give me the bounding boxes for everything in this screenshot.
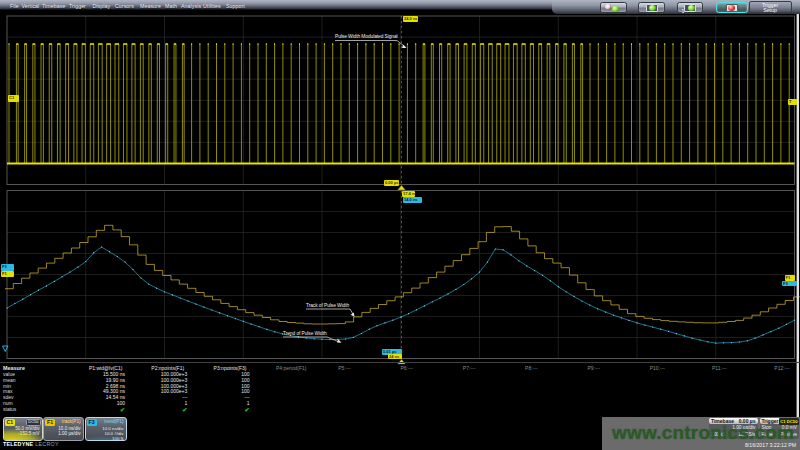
red-ball-icon (728, 5, 735, 11)
undo-setup-button[interactable] (600, 2, 627, 13)
trigger-setup-line2: Setup (750, 8, 791, 14)
stop-trigger-button[interactable] (716, 2, 748, 13)
teledyne-lecroy-logo: TELEDYNELECROY (3, 441, 59, 447)
pwm-annotation: Pulse Width Modulated Signal (335, 34, 398, 39)
vendor-name: TELEDYNE (3, 441, 33, 447)
menu-item-trigger[interactable]: Trigger (69, 3, 86, 9)
trigger-position-marker-grid1 (398, 185, 406, 190)
f3-right-marker: F3 (782, 281, 797, 287)
c1-descriptor-box[interactable]: C1 DC50 50.0 mV/div -152.5 mV (3, 417, 43, 441)
cursor-time-top-badge[interactable]: 24.0 ns (403, 16, 418, 22)
c1-id-badge: C1 (5, 419, 16, 426)
trigger-setup-button[interactable]: Trigger Setup (749, 1, 792, 13)
number-one-icon: 1 (682, 8, 685, 14)
track-annotation: Track of Pulse Width (306, 303, 349, 308)
brand-name: LECROY (35, 441, 58, 447)
c1-pwm-edges (9, 44, 789, 164)
c1-coupling: DC50 (26, 419, 40, 427)
f1-level-marker[interactable]: F1 (1, 271, 14, 278)
measure-cell: ✔ (89, 406, 125, 413)
menu-item-file[interactable]: File (10, 3, 19, 9)
measure-column-header: P4:period(F1) (276, 365, 307, 371)
measure-column-header: P5:--- (338, 365, 351, 371)
single-trigger-button[interactable]: 1 (677, 2, 703, 13)
measure-table-title: Measure (3, 365, 25, 371)
menu-item-measure[interactable]: Measure (140, 3, 161, 9)
c1-level-marker[interactable]: C1 (8, 95, 19, 102)
measure-row-label-status: status (3, 406, 16, 412)
menu-item-support[interactable]: Support (226, 3, 245, 9)
measure-column-header: P2:npoints(F1) (151, 365, 184, 371)
descriptor-header: F1 track(P1) (44, 418, 83, 426)
measure-column-header: P12:--- (774, 365, 789, 371)
toolbar: 1 Trigger Setup (552, 0, 800, 14)
measure-column-header: P8:--- (525, 365, 538, 371)
watermark-text: www.cntronics.com (612, 422, 794, 444)
cursor-f3-value-badge: 14.0 ns (403, 197, 422, 203)
menu-item-cursors[interactable]: Cursors (115, 3, 134, 9)
green-ball-icon (688, 5, 695, 11)
measure-table: Measure valuemeanminmaxsdevnumstatus P1:… (0, 362, 800, 412)
trigger-level-marker[interactable]: T (788, 99, 797, 105)
oscilloscope-screen: {"menu":{"items":["File","Vertical","Tim… (0, 0, 800, 450)
cursor-time-f1-badge: 24 ns (388, 354, 402, 359)
measure-column-header: P3:npoints(F3) (214, 365, 247, 371)
menu-item-vertical[interactable]: Vertical (22, 3, 40, 9)
undo-icon (605, 4, 611, 10)
menu-item-math[interactable]: Math (165, 3, 177, 9)
f3-id-badge: F3 (87, 419, 97, 426)
measure-column-header: P1:wid@lv(C1) (89, 365, 122, 371)
descriptor-header: C1 DC50 (4, 418, 42, 426)
menu-item-utilities[interactable]: Utilities (203, 3, 221, 9)
menu-item-timebase[interactable]: Timebase (42, 3, 65, 9)
measure-column-header: P10:--- (650, 365, 665, 371)
trend-annotation: Trend of Pulse Width (283, 331, 327, 336)
measure-column-header: P6:--- (401, 365, 414, 371)
green-ball-icon (612, 6, 619, 12)
measure-cell: ✔ (214, 406, 250, 413)
measure-cell: ✔ (151, 406, 187, 413)
pwm-annotation-arrow (335, 41, 406, 48)
descriptor-header: F3 trend(P1) (86, 418, 126, 426)
track-annotation-arrow (306, 309, 354, 315)
bottom-right-panel: www.cntronics.com Timebase 0.00 µs 1.00 … (602, 417, 800, 450)
f1-descriptor-box[interactable]: F1 track(P1) 10.0 ns/div 1.00 µs/div (43, 417, 84, 441)
green-ball-icon (649, 5, 656, 11)
measure-column-header: P11:--- (712, 365, 727, 371)
f1-title: track(P1) (62, 419, 81, 424)
grid1-gridlines (7, 16, 795, 185)
normal-trigger-button[interactable] (638, 2, 665, 13)
trigger-delay-badge[interactable]: 0.00 µs (384, 180, 399, 187)
f1-hdiv: 1.00 µs/div (44, 431, 83, 436)
menu-item-display[interactable]: Display (93, 3, 111, 9)
menu-item-analysis[interactable]: Analysis (181, 3, 201, 9)
measure-column-header: P9:--- (587, 365, 600, 371)
f1-right-marker: F1 (785, 275, 796, 281)
f3-descriptor-box[interactable]: F3 trend(P1) 10.0 ns/div 10.0 #/div 100 … (85, 417, 127, 441)
f1-id-badge: F1 (45, 419, 55, 426)
f3-title: trend(P1) (104, 419, 123, 424)
measure-column-header: P7:--- (463, 365, 476, 371)
f3-level-marker[interactable]: F3 (1, 264, 14, 271)
